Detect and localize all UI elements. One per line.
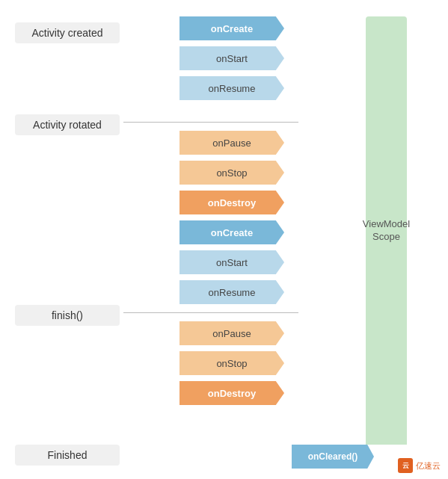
viewmodel-scope-label: ViewModel Scope <box>363 218 410 244</box>
watermark-text: 亿速云 <box>416 460 441 472</box>
arrow-onstop-1: onStop <box>179 161 284 185</box>
label-activity-created: Activity created <box>15 22 120 43</box>
diagram-container: Activity created Activity rotated finish… <box>0 0 448 479</box>
arrow-ondestroy-1: onDestroy <box>179 191 284 214</box>
arrow-onstart-2: onStart <box>179 250 284 274</box>
viewmodel-scope-bar: ViewModel Scope <box>366 16 407 445</box>
arrow-ondestroy-2: onDestroy <box>179 381 284 405</box>
arrow-onstart-1: onStart <box>179 46 284 70</box>
arrow-onstop-2: onStop <box>179 351 284 375</box>
arrow-oncreate-1: onCreate <box>179 16 284 40</box>
arrow-oncreate-2: onCreate <box>179 220 284 244</box>
arrow-oncleared: onCleared() <box>292 445 374 469</box>
arrow-onresume-2: onResume <box>179 280 284 304</box>
label-finished: Finished <box>15 445 120 466</box>
watermark-icon: 云 <box>398 458 413 473</box>
arrow-onresume-1: onResume <box>179 76 284 100</box>
arrow-onpause-1: onPause <box>179 131 284 155</box>
divider-2 <box>123 312 298 313</box>
arrow-onpause-2: onPause <box>179 321 284 345</box>
label-activity-rotated: Activity rotated <box>15 114 120 135</box>
label-finish: finish() <box>15 305 120 326</box>
watermark: 云 亿速云 <box>398 458 441 473</box>
divider-1 <box>123 122 298 123</box>
